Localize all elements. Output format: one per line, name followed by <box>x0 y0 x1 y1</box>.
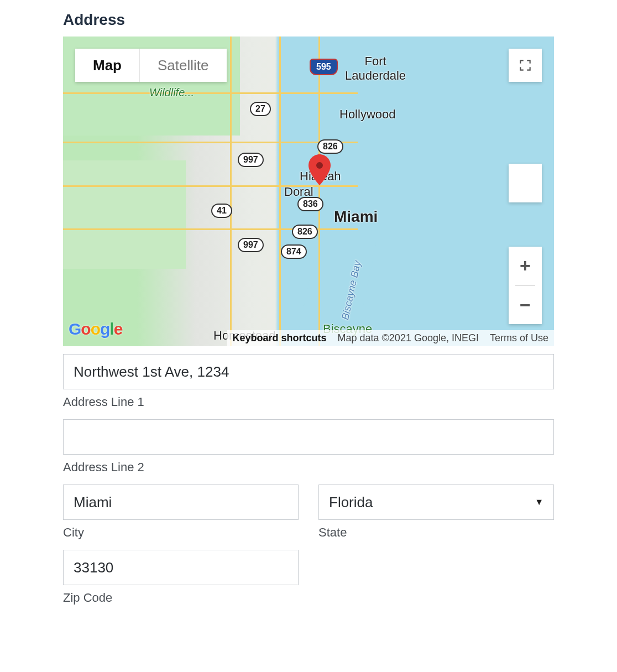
map-data-attribution: Map data ©2021 Google, INEGI <box>332 330 484 346</box>
city-input[interactable] <box>63 485 299 520</box>
address-form: Address Line 1 Address Line 2 City Flori… <box>63 354 554 605</box>
city-label: City <box>63 525 299 540</box>
terms-of-use-link[interactable]: Terms of Use <box>484 330 554 346</box>
shield-997b: 997 <box>238 238 264 252</box>
map-label-miami: Miami <box>334 208 378 226</box>
google-logo: Google <box>69 320 122 338</box>
svg-point-0 <box>316 162 323 169</box>
map-type-control: Map Satellite <box>75 49 227 82</box>
zip-input[interactable] <box>63 550 299 585</box>
road <box>63 92 358 94</box>
shield-836: 836 <box>297 197 323 211</box>
map-secondary-control-button[interactable] <box>509 164 542 202</box>
map-marker-icon[interactable] <box>308 154 331 185</box>
map-label-hollywood: Hollywood <box>339 107 396 122</box>
shield-41: 41 <box>211 204 232 218</box>
address-line-2-input[interactable] <box>63 419 554 455</box>
map-attribution: Keyboard shortcuts Map data ©2021 Google… <box>227 330 555 346</box>
keyboard-shortcuts-button[interactable]: Keyboard shortcuts <box>227 330 332 346</box>
state-select-value: Florida <box>329 494 373 511</box>
map-container[interactable]: FortLauderdale Hollywood Hialeah Doral M… <box>63 37 554 346</box>
shield-595: 595 <box>310 59 338 75</box>
road <box>230 37 232 346</box>
zoom-out-button[interactable]: − <box>509 286 542 325</box>
zip-label: Zip Code <box>63 591 299 605</box>
road <box>279 37 281 346</box>
map-type-satellite-button[interactable]: Satellite <box>140 49 227 82</box>
fullscreen-icon <box>518 58 532 72</box>
shield-826b: 826 <box>292 225 318 239</box>
map-type-map-button[interactable]: Map <box>75 49 139 82</box>
section-title: Address <box>63 11 554 29</box>
zoom-in-button[interactable]: + <box>509 247 542 285</box>
zoom-control: + − <box>509 247 542 324</box>
fullscreen-button[interactable] <box>509 49 542 82</box>
map-label-fort-lauderdale: FortLauderdale <box>345 54 406 83</box>
road <box>318 37 320 346</box>
address-line-1-input[interactable] <box>63 354 554 389</box>
state-label: State <box>318 525 554 540</box>
shield-826a: 826 <box>317 139 343 154</box>
map-label-wildlife: Wildlife... <box>149 86 194 99</box>
shield-27: 27 <box>250 102 271 116</box>
address-line-2-label: Address Line 2 <box>63 460 554 475</box>
state-select[interactable]: Florida ▼ <box>318 485 554 520</box>
shield-874: 874 <box>281 244 307 259</box>
shield-997a: 997 <box>238 153 264 167</box>
road <box>63 142 358 143</box>
chevron-down-icon: ▼ <box>535 497 543 507</box>
address-line-1-label: Address Line 1 <box>63 395 554 409</box>
map-greenspace-2 <box>63 160 186 269</box>
